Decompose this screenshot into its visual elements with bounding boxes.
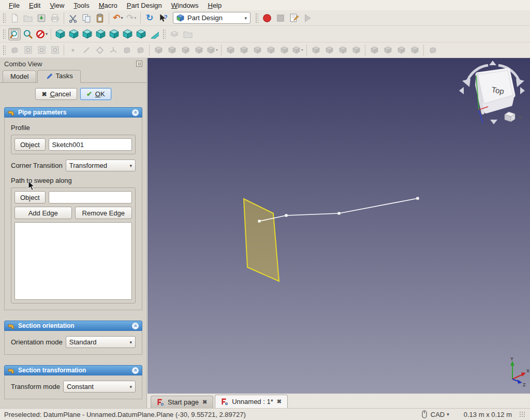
nav-right-arrow-icon[interactable] [520,87,525,94]
rotate-right-arrowhead-icon[interactable] [516,79,524,87]
multitransform-button[interactable] [350,44,362,56]
nav-settings-caret-icon[interactable] [518,117,523,119]
path-input[interactable] [49,191,132,204]
navigation-cluster[interactable]: Top [457,60,529,128]
section-transformation-header[interactable]: Section transformation » [4,365,142,375]
macro-record-button[interactable] [261,12,273,24]
nav-up-arrow-icon[interactable] [489,61,496,65]
document-tab-unnamed-1[interactable]: Unnamed : 1*✖ [215,395,288,408]
collapse-section-icon[interactable]: » [132,367,139,374]
additive-primitive-button[interactable]: ▾ [206,44,218,56]
view-top-button[interactable] [81,28,93,40]
view-left-button[interactable] [135,28,147,40]
resize-grip[interactable] [519,411,526,418]
edge-listbox[interactable] [14,222,132,300]
fit-all-button[interactable] [8,28,21,40]
menu-macro[interactable]: Macro [94,1,122,10]
menu-windows[interactable]: Windows [167,1,203,10]
menu-view[interactable]: View [45,1,69,10]
tab-tasks[interactable]: Tasks [37,70,80,83]
3d-viewport[interactable]: Top Y X Z [148,58,530,394]
collapse-section-icon[interactable]: » [132,109,139,116]
hole-button[interactable] [238,44,250,56]
macro-stop-button[interactable] [274,12,287,24]
map-sketch-button[interactable] [35,44,48,56]
toolbar-grip[interactable] [3,29,6,39]
nav-style-selector[interactable]: CAD ▾ [431,411,449,418]
thickness-button[interactable] [408,44,421,56]
corner-transition-select[interactable]: Transformed ▾ [66,160,136,171]
subtractive-pipe-button[interactable] [278,44,290,56]
mini-cube-icon[interactable] [505,112,515,122]
polar-pattern-button[interactable] [336,44,349,56]
measure-distance-button[interactable] [148,28,160,40]
datum-plane[interactable] [244,199,279,281]
datum-plane-button[interactable] [94,44,106,56]
create-group-button[interactable] [182,28,194,40]
nav-left-arrow-icon[interactable] [459,87,464,94]
menu-part-design[interactable]: Part Design [122,1,167,10]
draw-style-button[interactable]: ▾ [35,28,48,40]
linear-pattern-button[interactable] [323,44,335,56]
ok-button[interactable]: ✔ OK [80,88,111,100]
redo-button[interactable]: ↷▾ [125,12,138,24]
datum-line-button[interactable] [80,44,93,56]
nav-down-arrow-icon[interactable] [490,120,497,124]
pocket-button[interactable] [224,44,237,56]
transform-mode-select[interactable]: Constant ▾ [63,381,136,393]
subtractive-loft-button[interactable] [264,44,277,56]
datum-point-button[interactable] [67,44,79,56]
clone-button[interactable] [134,44,146,56]
chamfer-button[interactable] [381,44,394,56]
close-tab-icon[interactable]: ✖ [202,399,207,405]
tab-model[interactable]: Model [3,70,36,82]
boolean-operation-button[interactable] [426,44,439,56]
groove-button[interactable] [251,44,263,56]
sketch-path[interactable] [259,198,418,221]
new-document-button[interactable] [8,12,21,24]
pad-button[interactable] [152,44,165,56]
view-front-button[interactable] [67,28,80,40]
create-sketch-button[interactable] [22,44,34,56]
refresh-button[interactable]: ↻ [143,12,156,24]
close-tab-icon[interactable]: ✖ [277,398,282,405]
pipe-parameters-header[interactable]: Pipe parameters » [4,107,142,118]
local-coordinate-system-button[interactable] [107,44,120,56]
draft-button[interactable] [395,44,407,56]
additive-loft-button[interactable] [179,44,192,56]
view-axonometric-button[interactable] [54,28,66,40]
open-document-button[interactable] [22,12,34,24]
create-part-button[interactable] [168,28,181,40]
view-rear-button[interactable] [108,28,120,40]
whats-this-button[interactable]: ? [157,12,169,24]
undo-button[interactable]: ↶▾ [112,12,124,24]
rotate-left-arrowhead-icon[interactable] [462,79,470,87]
menu-file[interactable]: File [4,1,24,10]
toolbar-grip[interactable] [163,29,166,39]
cut-button[interactable] [67,12,79,24]
toolbar-grip[interactable] [3,45,6,55]
section-orientation-header[interactable]: Section orientation » [4,321,142,331]
collapse-section-icon[interactable]: » [132,323,139,329]
macro-play-button[interactable] [301,12,314,24]
menu-help[interactable]: Help [203,1,227,10]
menu-tools[interactable]: Tools [69,1,94,10]
float-panel-button[interactable] [136,61,142,67]
print-button[interactable] [49,12,61,24]
fillet-button[interactable] [368,44,380,56]
profile-object-button[interactable]: Object [14,138,46,151]
revolve-button[interactable] [166,44,178,56]
workbench-selector[interactable]: Part Design ▾ [173,12,251,24]
path-object-button[interactable]: Object [14,191,46,204]
mirrored-button[interactable] [310,44,322,56]
view-right-button[interactable] [94,28,107,40]
shape-binder-button[interactable] [121,44,133,56]
cancel-button[interactable]: ✖ Cancel [35,88,77,100]
toolbar-grip[interactable] [255,13,258,23]
edit-sketch-button[interactable] [49,44,61,56]
orientation-mode-select[interactable]: Standard ▾ [66,336,136,348]
toolbar-grip[interactable] [3,13,6,23]
subtractive-primitive-button[interactable]: ▾ [291,44,304,56]
save-button[interactable] [35,12,48,24]
zoom-selection-button[interactable] [22,28,34,40]
